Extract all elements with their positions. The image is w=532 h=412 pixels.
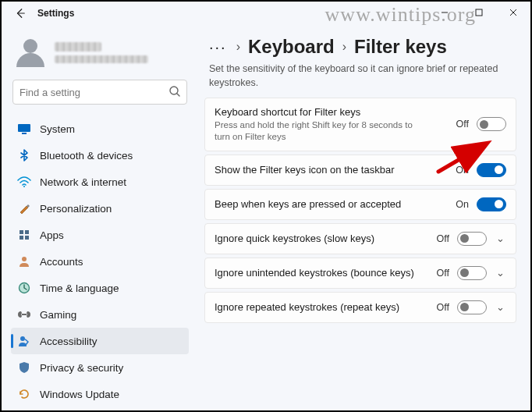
card-text: Show the Filter keys icon on the taskbar (215, 164, 448, 176)
card-title: Ignore quick keystrokes (slow keys) (215, 233, 429, 244)
toggle-switch[interactable] (457, 232, 487, 246)
card-title: Show the Filter keys icon on the taskbar (215, 164, 448, 176)
search-icon (168, 85, 181, 101)
nav-icon (17, 254, 31, 268)
toggle-state-label: On (456, 199, 469, 210)
toggle-switch[interactable] (477, 163, 506, 177)
back-button[interactable] (11, 4, 30, 23)
setting-card: Show the Filter keys icon on the taskbar… (204, 154, 516, 186)
svg-rect-10 (25, 236, 29, 240)
window-controls (427, 2, 530, 23)
setting-card[interactable]: Ignore quick keystrokes (slow keys)Off⌄ (204, 223, 516, 254)
sidebar-item-label: Time & language (40, 282, 119, 294)
card-text: Ignore repeated keystrokes (repeat keys) (215, 301, 429, 313)
sidebar-item-accounts[interactable]: Accounts (11, 248, 189, 275)
card-title: Ignore repeated keystrokes (repeat keys) (215, 301, 429, 313)
nav-icon (17, 201, 31, 215)
toggle-state-label: Off (437, 302, 449, 313)
setting-card: Beep when keys are pressed or acceptedOn (204, 189, 516, 220)
sidebar-item-apps[interactable]: Apps (11, 222, 189, 248)
nav-icon (17, 334, 31, 348)
sidebar-item-label: Apps (40, 229, 64, 241)
toggle-state-label: Off (456, 119, 469, 130)
nav-icon (17, 228, 31, 242)
card-controls: Off⌄ (437, 232, 506, 246)
toggle-state-label: Off (437, 233, 449, 244)
sidebar-item-personalization[interactable]: Personalization (11, 195, 189, 222)
card-controls: Off (456, 117, 506, 131)
settings-list: Keyboard shortcut for Filter keysPress a… (204, 98, 516, 323)
sidebar-item-bluetooth-devices[interactable]: Bluetooth & devices (11, 142, 189, 169)
card-controls: On (456, 197, 506, 211)
chevron-down-icon: ⌄ (495, 267, 506, 279)
chevron-right-icon: › (236, 40, 240, 54)
nav-icon (17, 360, 31, 375)
sidebar-item-system[interactable]: System (11, 115, 189, 142)
svg-line-3 (177, 94, 179, 96)
sidebar-item-label: Bluetooth & devices (40, 150, 133, 162)
card-title: Ignore unintended keystrokes (bounce key… (215, 267, 429, 279)
nav-icon (17, 307, 31, 321)
sidebar-item-windows-update[interactable]: Windows Update (11, 381, 189, 407)
card-subtitle: Press and hold the right Shift key for 8… (215, 119, 425, 143)
toggle-switch[interactable] (477, 197, 506, 211)
sidebar-item-privacy-security[interactable]: Privacy & security (11, 354, 189, 381)
toggle-state-label: Off (437, 268, 449, 279)
minimize-button[interactable] (427, 2, 462, 23)
card-title: Keyboard shortcut for Filter keys (215, 106, 449, 118)
setting-card: Keyboard shortcut for Filter keysPress a… (204, 98, 516, 151)
svg-rect-7 (20, 230, 23, 234)
toggle-switch[interactable] (457, 266, 487, 280)
settings-window: Settings www.wintips.org (0, 0, 532, 412)
avatar (14, 36, 47, 69)
nav-list: SystemBluetooth & devicesNetwork & inter… (11, 115, 189, 407)
card-controls: On (456, 163, 506, 177)
chevron-down-icon: ⌄ (495, 301, 506, 313)
sidebar-item-label: Gaming (40, 309, 76, 321)
search-input[interactable] (12, 80, 187, 105)
nav-icon (17, 148, 31, 162)
sidebar-item-label: Accounts (40, 256, 83, 268)
toggle-switch[interactable] (457, 300, 487, 314)
breadcrumb-level2: Filter keys (354, 36, 447, 58)
sidebar-item-label: Network & internet (40, 176, 126, 188)
svg-rect-4 (18, 124, 30, 132)
toggle-state-label: On (456, 165, 469, 176)
card-controls: Off⌄ (437, 266, 506, 280)
breadcrumb-level1[interactable]: Keyboard (248, 36, 335, 58)
sidebar-item-label: Personalization (40, 203, 112, 215)
toggle-switch[interactable] (477, 117, 506, 131)
svg-point-14 (20, 336, 25, 341)
nav-icon (17, 122, 31, 136)
card-text: Keyboard shortcut for Filter keysPress a… (215, 106, 449, 143)
card-text: Ignore quick keystrokes (slow keys) (215, 233, 429, 244)
chevron-down-icon: ⌄ (495, 233, 506, 244)
chevron-right-icon: › (342, 40, 346, 54)
window-title: Settings (37, 8, 74, 19)
setting-card[interactable]: Ignore unintended keystrokes (bounce key… (204, 258, 516, 289)
maximize-button[interactable] (462, 2, 496, 23)
search-wrap (12, 80, 187, 105)
setting-card[interactable]: Ignore repeated keystrokes (repeat keys)… (204, 292, 516, 323)
sidebar-item-gaming[interactable]: Gaming (11, 301, 189, 328)
sidebar-item-time-language[interactable]: Time & language (11, 275, 189, 301)
sidebar-item-accessibility[interactable]: Accessibility (11, 328, 189, 354)
card-text: Beep when keys are pressed or accepted (215, 198, 448, 210)
svg-rect-13 (22, 314, 27, 315)
sidebar-item-label: System (40, 123, 75, 135)
account-name (55, 42, 148, 63)
svg-rect-1 (476, 9, 482, 16)
card-text: Ignore unintended keystrokes (bounce key… (215, 267, 429, 279)
svg-rect-5 (22, 133, 27, 134)
nav-icon (17, 281, 31, 295)
sidebar-item-network-internet[interactable]: Network & internet (11, 169, 189, 195)
svg-point-2 (170, 87, 178, 94)
close-button[interactable] (496, 2, 530, 23)
card-title: Beep when keys are pressed or accepted (215, 198, 448, 210)
sidebar-item-label: Windows Update (40, 389, 119, 400)
breadcrumb-more[interactable]: ··· (209, 38, 229, 56)
card-controls: Off⌄ (437, 300, 506, 314)
svg-rect-8 (25, 230, 29, 234)
svg-point-6 (23, 186, 25, 187)
account-block[interactable] (11, 31, 189, 78)
